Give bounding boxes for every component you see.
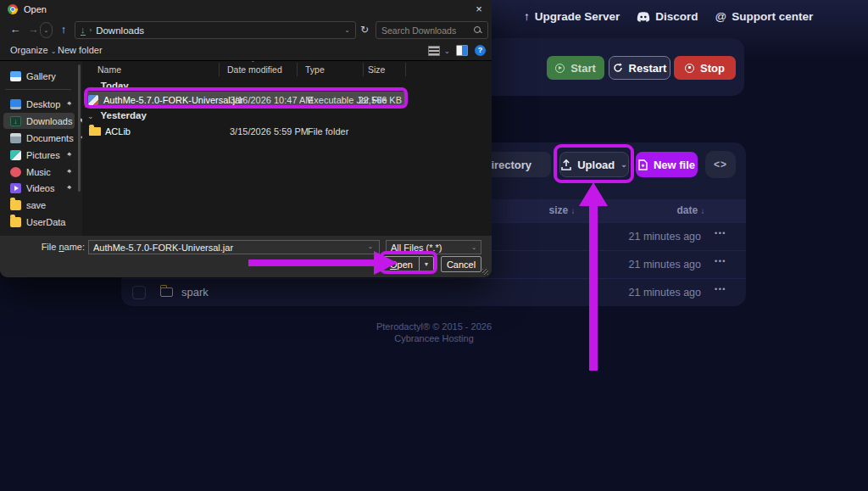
new-folder-button[interactable]: New folder	[58, 45, 103, 55]
upgrade-server-label: Upgrade Server	[535, 10, 620, 23]
restart-icon	[613, 63, 623, 73]
row-name: spark	[181, 286, 209, 299]
stop-button[interactable]: Stop	[674, 56, 736, 80]
file-name-input[interactable]	[88, 240, 380, 254]
sidebar-item-documents[interactable]: Documents	[3, 130, 75, 146]
new-file-label: New file	[654, 159, 695, 171]
breadcrumb[interactable]: Downloads	[96, 25, 144, 36]
highlight-box-selected-file	[84, 87, 408, 109]
highlight-box-upload-button	[554, 144, 634, 183]
sidebar-divider	[5, 89, 71, 90]
table-row-spark[interactable]: spark 21 minutes ago •••	[121, 278, 746, 306]
date-column-header[interactable]: date ↓	[669, 204, 713, 216]
view-mode-icon[interactable]	[428, 46, 440, 56]
downloads-icon: ↓	[10, 116, 21, 126]
column-size[interactable]: Size	[368, 64, 385, 75]
discord-label: Discord	[655, 10, 698, 23]
screen: ↑ Upgrade Server Discord @ Support cente…	[0, 0, 868, 491]
sidebar-item-pictures[interactable]: Pictures	[3, 147, 75, 163]
refresh-button[interactable]: ↻	[357, 21, 372, 39]
restart-label: Restart	[629, 62, 667, 75]
chrome-icon	[8, 4, 18, 14]
support-center-label: Support center	[732, 10, 813, 23]
sidebar-item-downloads[interactable]: ↓ Downloads	[3, 113, 75, 129]
music-icon	[10, 167, 21, 177]
size-column-header[interactable]: size ↓	[542, 204, 581, 216]
row-checkbox[interactable]	[132, 286, 146, 299]
discord-link[interactable]: Discord	[637, 10, 698, 23]
sidebar-item-save[interactable]: save	[3, 197, 75, 213]
gallery-icon	[10, 71, 21, 81]
code-icon: <>	[714, 159, 727, 170]
group-yesterday[interactable]: ⌄ Yesterday	[87, 110, 147, 120]
file-row-aclib[interactable]: ACLib 3/15/2026 5:59 PM File folder	[85, 123, 405, 139]
sidebar-item-music[interactable]: Music	[3, 164, 75, 180]
desktop-icon	[10, 99, 21, 109]
cancel-button[interactable]: Cancel	[441, 256, 481, 272]
folder-icon	[10, 200, 21, 210]
support-center-link[interactable]: @ Support center	[715, 10, 814, 23]
sidebar-item-desktop[interactable]: Desktop	[3, 96, 75, 112]
chevron-right-icon: ›	[90, 26, 92, 34]
dialog-command-bar: Organize ⌄ New folder ⌄ ?	[0, 42, 492, 61]
documents-icon	[10, 133, 21, 143]
preview-pane-button[interactable]	[456, 45, 468, 56]
start-label: Start	[570, 62, 596, 75]
search-box	[376, 21, 488, 39]
row-menu-button[interactable]: •••	[715, 229, 726, 237]
open-file-dialog: Open × ← → ⌄ ↑ ↓ › Downloads ⌄ ↻ Organiz…	[0, 0, 492, 277]
sidebar-item-userdata[interactable]: UserData	[3, 214, 75, 230]
arrow-head-up	[579, 182, 608, 206]
pin-icon	[65, 169, 72, 176]
help-button[interactable]: ?	[475, 45, 486, 56]
file-name-label: File name:	[0, 242, 85, 252]
row-menu-button[interactable]: •••	[715, 285, 726, 293]
address-dropdown-icon[interactable]: ⌄	[344, 26, 350, 34]
dialog-navbar: ← → ⌄ ↑ ↓ › Downloads ⌄ ↻	[0, 19, 492, 42]
sidebar-item-gallery[interactable]: Gallery	[3, 68, 75, 84]
restart-button[interactable]: Restart	[609, 56, 670, 80]
chevron-down-icon: ⌄	[87, 112, 94, 120]
folder-icon	[10, 217, 21, 227]
column-type[interactable]: Type	[305, 64, 325, 75]
search-icon	[474, 26, 482, 35]
pin-icon	[65, 185, 72, 192]
start-button[interactable]: Start	[547, 56, 604, 80]
search-input[interactable]	[381, 25, 474, 36]
close-button[interactable]: ×	[471, 2, 487, 17]
up-arrow-icon: ↑	[524, 10, 530, 23]
chevron-down-icon: ⌄	[471, 244, 476, 251]
arrow-head-right	[374, 251, 398, 275]
upgrade-server-link[interactable]: ↑ Upgrade Server	[524, 10, 620, 23]
row-menu-button[interactable]: •••	[715, 257, 726, 265]
column-name[interactable]: Name	[97, 64, 121, 75]
file-name: ACLib	[105, 126, 131, 137]
sidebar-scrollbar[interactable]	[78, 64, 81, 192]
new-file-button[interactable]: New file	[636, 152, 698, 177]
up-button[interactable]: ↑	[56, 22, 71, 37]
chevron-down-icon[interactable]: ⌄	[368, 243, 373, 250]
page-footer: Pterodactyl® © 2015 - 2026 Cybrancee Hos…	[0, 321, 868, 344]
hosting-text: Cybrancee Hosting	[0, 332, 868, 344]
recent-locations-button[interactable]: ⌄	[40, 22, 53, 38]
pin-icon	[65, 101, 72, 108]
sidebar-item-videos[interactable]: Videos	[3, 180, 75, 196]
forward-button[interactable]: →	[25, 22, 41, 37]
discord-icon	[637, 12, 650, 22]
sort-down-icon: ↓	[571, 206, 576, 215]
folder-icon	[89, 127, 101, 136]
column-date-modified[interactable]: Date modified	[227, 64, 282, 75]
dialog-titlebar[interactable]: Open	[0, 0, 492, 19]
folder-icon	[160, 287, 173, 297]
code-editor-button[interactable]: <>	[705, 151, 736, 178]
panel-header: ↑ Upgrade Server Discord @ Support cente…	[524, 10, 813, 23]
address-bar[interactable]: ↓ › Downloads ⌄	[75, 21, 356, 39]
view-dropdown-icon[interactable]: ⌄	[444, 47, 450, 55]
dialog-title: Open	[24, 4, 47, 14]
videos-icon	[10, 183, 21, 193]
new-file-icon	[638, 159, 648, 170]
sort-down-icon: ↓	[701, 206, 705, 215]
back-button[interactable]: ←	[8, 22, 23, 37]
resize-grip[interactable]	[482, 269, 488, 275]
organize-menu[interactable]: Organize ⌄	[10, 45, 56, 55]
